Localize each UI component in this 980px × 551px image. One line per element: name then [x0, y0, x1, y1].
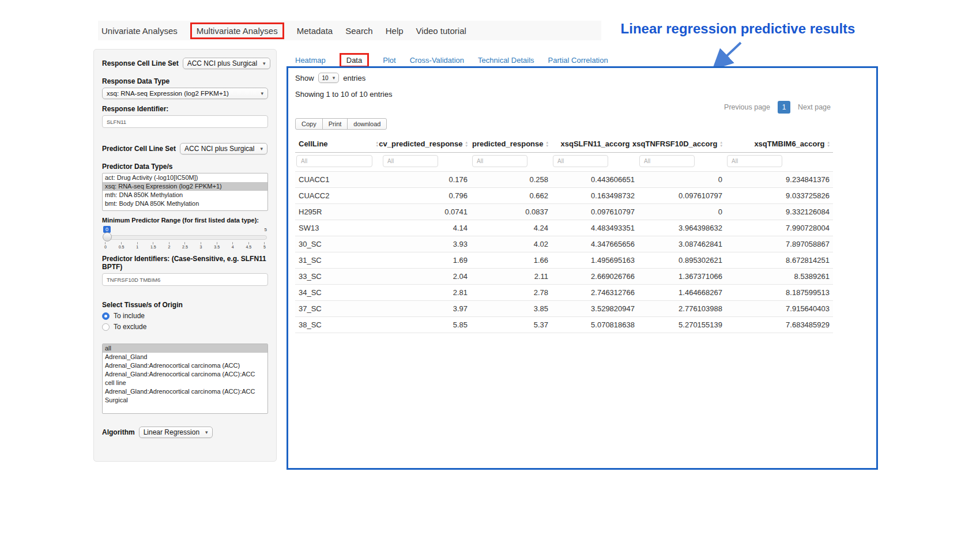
tissue-exclude-radio[interactable]: To exclude — [102, 323, 268, 331]
slider-handle[interactable] — [103, 232, 112, 241]
copy-button[interactable]: Copy — [295, 118, 323, 130]
nav-item-univariate-analyses[interactable]: Univariate Analyses — [101, 26, 178, 36]
slider-track[interactable] — [103, 235, 267, 240]
response-identifier-input[interactable] — [102, 115, 268, 128]
tick-label: 1 — [136, 245, 138, 249]
slider-tick: 0.5 — [119, 242, 125, 249]
filter-input-xsqtnfrsf10d-accorg[interactable] — [639, 155, 695, 167]
cell-value: 0.443606651 — [552, 172, 638, 188]
sidebar-form: Response Cell Line Set ACC NCI plus Surg… — [93, 49, 277, 462]
next-page-button[interactable]: Next page — [796, 101, 833, 114]
tick-mark — [121, 242, 122, 244]
cell-value: 7.915640403 — [726, 301, 833, 317]
result-tabs: HeatmapDataPlotCross-ValidationTechnical… — [295, 53, 608, 67]
sort-icon[interactable]: ▴▾ — [465, 141, 468, 148]
tab-technical-details[interactable]: Technical Details — [478, 56, 534, 65]
list-option-mth-dna-850k-methylation[interactable]: mth: DNA 850K Methylation — [103, 191, 267, 199]
pagination: Previous page 1 Next page — [295, 101, 833, 114]
filter-input-xsqslfn11-accorg[interactable] — [553, 155, 608, 167]
chevron-down-icon: ▾ — [333, 76, 336, 81]
slider-tick: 4 — [232, 242, 234, 249]
list-option-adrenal-gland[interactable]: Adrenal_Gland — [103, 353, 267, 361]
tissue-list[interactable]: allAdrenal_GlandAdrenal_Gland:Adrenocort… — [102, 344, 268, 414]
tick-mark — [248, 242, 249, 244]
min-predictor-range-slider[interactable]: 0 5 00.511.522.533.544.55 — [103, 226, 267, 249]
min-predictor-range-label: Minimum Predictor Range (for first liste… — [102, 217, 268, 224]
show-entries-row: Show 10 ▾ entries — [295, 73, 869, 83]
tab-heatmap[interactable]: Heatmap — [295, 56, 326, 65]
previous-page-button[interactable]: Previous page — [722, 101, 772, 114]
print-button[interactable]: Print — [322, 118, 348, 130]
tick-label: 4 — [232, 245, 234, 249]
cell-value: 0 — [638, 172, 726, 188]
list-option-xsq-rna-seq-expression-log2-fpkm-1[interactable]: xsq: RNA-seq Expression (log2 FPKM+1) — [103, 182, 267, 191]
table-row: 38_SC5.855.375.0708186385.2701551397.683… — [295, 317, 833, 333]
sort-icon[interactable]: ▴▾ — [720, 141, 722, 148]
list-option-adrenal-gland-adrenocortical-carcinoma-acc[interactable]: Adrenal_Gland:Adrenocortical carcinoma (… — [103, 361, 267, 370]
response-cell-line-set-select[interactable]: ACC NCI plus Surgical ▾ — [183, 58, 270, 69]
slider-tick: 2 — [168, 242, 170, 249]
cell-line-name: CUACC2 — [295, 188, 382, 204]
filter-input-predicted-response[interactable] — [472, 155, 527, 167]
chevron-down-icon: ▾ — [260, 146, 263, 152]
filter-input-xsqtmbim6-accorg[interactable] — [727, 155, 782, 167]
tissue-include-radio[interactable]: To include — [102, 312, 268, 320]
download-button[interactable]: download — [347, 118, 387, 130]
filter-input-cellline[interactable] — [296, 155, 372, 167]
list-option-adrenal-gland-adrenocortical-carcinoma-acc-acc-c[interactable]: Adrenal_Gland:Adrenocortical carcinoma (… — [103, 370, 267, 387]
slider-tick: 1 — [136, 242, 138, 249]
tissue-include-label: To include — [114, 312, 145, 320]
sort-icon[interactable]: ▴▾ — [376, 141, 378, 148]
nav-item-multivariate-analyses[interactable]: Multivariate Analyses — [190, 22, 284, 39]
cell-value: 3.529820947 — [552, 301, 638, 317]
predictor-data-types-label: Predictor Data Type/s — [102, 163, 268, 171]
sort-icon[interactable]: ▴▾ — [827, 141, 830, 148]
column-header-xsqslfn11-accorg[interactable]: xsqSLFN11_accorg▴▾ — [552, 135, 638, 153]
sort-icon[interactable]: ▴▾ — [546, 141, 548, 148]
predictor-identifiers-input[interactable] — [102, 273, 268, 286]
column-label: cv_predicted_response — [379, 139, 462, 148]
radio-unselected-icon — [102, 323, 110, 331]
list-option-bmt-body-dna-850k-methylation[interactable]: bmt: Body DNA 850K Methylation — [103, 199, 267, 208]
cell-value: 9.234841376 — [726, 172, 833, 188]
tab-data[interactable]: Data — [340, 53, 369, 67]
nav-item-search[interactable]: Search — [345, 26, 373, 36]
list-option-all[interactable]: all — [103, 344, 267, 353]
show-entries-select[interactable]: 10 ▾ — [318, 73, 340, 83]
tab-cross-validation[interactable]: Cross-Validation — [410, 56, 464, 65]
table-row: CUACC20.7960.6620.1634987320.0976107979.… — [295, 188, 833, 204]
column-header-predicted-response[interactable]: predicted_response▴▾ — [471, 135, 552, 153]
tick-mark — [184, 242, 185, 244]
nav-item-help[interactable]: Help — [386, 26, 404, 36]
tick-mark — [217, 242, 217, 244]
cell-value: 0 — [638, 204, 726, 220]
slider-tick: 2.5 — [182, 242, 188, 249]
algorithm-select[interactable]: Linear Regression ▾ — [139, 427, 213, 438]
tab-plot[interactable]: Plot — [383, 56, 395, 65]
slider-tick: 3.5 — [214, 242, 220, 249]
filter-input-cv-predicted-response[interactable] — [383, 155, 438, 167]
response-cell-line-set-label: Response Cell Line Set — [102, 59, 179, 67]
cell-value: 4.347665656 — [552, 236, 638, 252]
cell-value: 3.85 — [471, 301, 552, 317]
column-header-cv-predicted-response[interactable]: cv_predicted_response▴▾ — [382, 135, 471, 153]
cell-value: 1.495695163 — [552, 252, 638, 269]
response-data-type-select[interactable]: xsq: RNA-seq Expression (log2 FPKM+1) ▾ — [102, 88, 268, 99]
predictor-cell-line-set-select[interactable]: ACC NCI plus Surgical ▾ — [180, 143, 267, 154]
page-1-button[interactable]: 1 — [778, 101, 790, 114]
cell-value: 2.78 — [471, 285, 552, 301]
nav-item-video-tutorial[interactable]: Video tutorial — [416, 26, 466, 36]
tab-partial-correlation[interactable]: Partial Correlation — [548, 56, 608, 65]
list-option-adrenal-gland-adrenocortical-carcinoma-acc-acc-s[interactable]: Adrenal_Gland:Adrenocortical carcinoma (… — [103, 387, 267, 405]
column-header-xsqtnfrsf10d-accorg[interactable]: xsqTNFRSF10D_accorg▴▾ — [638, 135, 726, 153]
column-header-xsqtmbim6-accorg[interactable]: xsqTMBIM6_accorg▴▾ — [726, 135, 833, 153]
list-option-act-drug-activity-log10-ic50m[interactable]: act: Drug Activity (-log10[IC50M]) — [103, 173, 267, 182]
tick-label: 3.5 — [214, 245, 220, 249]
cell-value: 8.5389261 — [726, 269, 833, 285]
nav-item-metadata[interactable]: Metadata — [297, 26, 333, 36]
cell-value: 4.14 — [382, 220, 471, 236]
tick-mark — [153, 242, 153, 244]
column-header-cellline[interactable]: CellLine▴▾ — [295, 135, 382, 153]
predictor-data-type-list[interactable]: act: Drug Activity (-log10[IC50M])xsq: R… — [102, 173, 268, 211]
tick-mark — [105, 242, 105, 244]
